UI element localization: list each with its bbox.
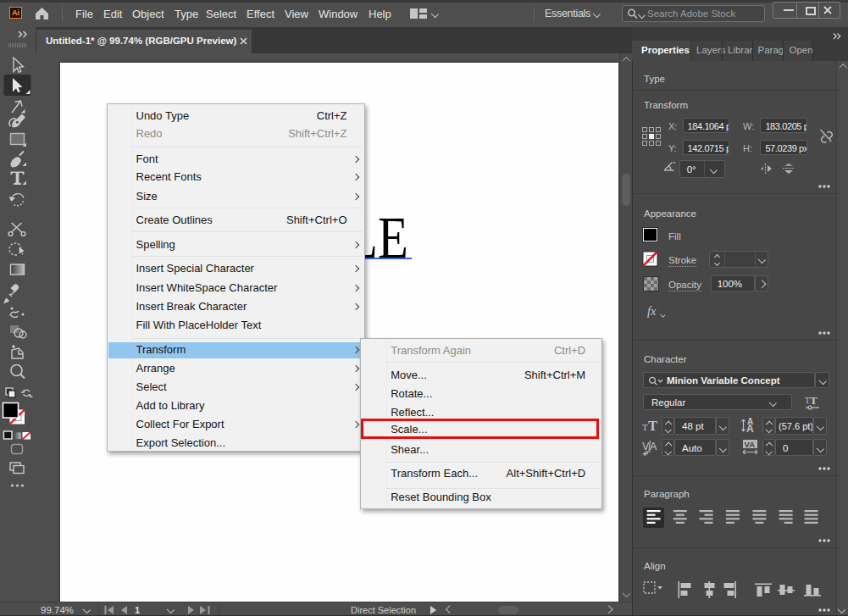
svg-text:VA: VA [745, 440, 756, 449]
svg-text:T: T [810, 394, 818, 407]
svg-text:1: 1 [135, 606, 140, 614]
svg-text:T: T [642, 422, 648, 432]
svg-text:A: A [650, 441, 657, 452]
svg-text:A: A [746, 423, 754, 434]
svg-text:T: T [648, 418, 657, 434]
